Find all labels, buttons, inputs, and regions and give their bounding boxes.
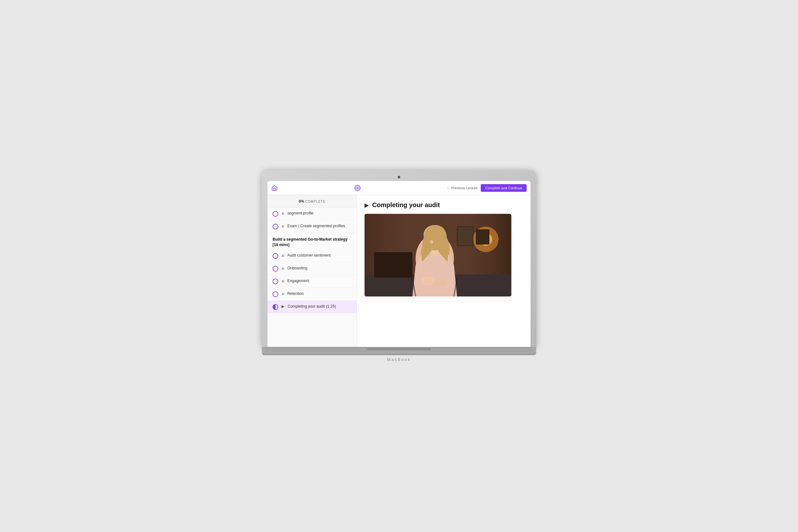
content-area: ▶ Completing your audit	[357, 195, 531, 347]
progress-section: 0% COMPLETE	[267, 195, 357, 207]
brand-label: MacBook	[387, 357, 411, 362]
sidebar-item-exam-create[interactable]: ≡ Exam | Create segmented profiles	[267, 220, 357, 233]
laptop-base: MacBook	[255, 347, 543, 362]
progress-text: 0% COMPLETE	[299, 199, 326, 204]
circle-icon-retention	[272, 291, 278, 297]
main-content: 0% COMPLETE ≡ segment profile	[267, 195, 531, 347]
svg-point-0	[357, 187, 359, 189]
screen-bezel: ← Previous Lecture Complete and Continue…	[267, 181, 531, 347]
svg-point-15	[435, 279, 447, 286]
lines-icon-onboarding: ≡	[282, 266, 284, 271]
content-divider	[364, 302, 511, 302]
sidebar-item-text-retention: Retention	[287, 291, 304, 297]
sidebar-item-text: segment profile	[287, 211, 314, 216]
header-right-actions: ← Previous Lecture Complete and Continue	[447, 184, 527, 192]
sidebar-item-text-audit: Audit customer sentiment	[287, 253, 330, 258]
content-title-row: ▶ Completing your audit	[364, 202, 523, 209]
circle-icon-half	[272, 304, 278, 310]
home-icon[interactable]	[271, 185, 278, 191]
svg-point-14	[421, 277, 435, 285]
svg-rect-8	[476, 230, 489, 244]
section-header: Build a segmented Go-to-Market strategy …	[267, 233, 357, 250]
svg-point-13	[430, 240, 433, 244]
laptop-foot	[262, 352, 536, 355]
svg-rect-7	[457, 227, 473, 246]
laptop-wrapper: ← Previous Lecture Complete and Continue…	[255, 170, 543, 362]
complete-label: COMPLETE	[305, 200, 325, 203]
laptop-screen-outer: ← Previous Lecture Complete and Continue…	[262, 170, 536, 347]
content-title: Completing your audit	[372, 202, 440, 209]
video-icon-large: ▶	[364, 202, 369, 209]
sidebar-item-onboarding[interactable]: ≡ Onboarding	[267, 262, 357, 275]
prev-lecture-button[interactable]: ← Previous Lecture	[447, 186, 478, 190]
gear-icon[interactable]	[354, 185, 361, 191]
header-bar: ← Previous Lecture Complete and Continue	[267, 181, 531, 195]
circle-icon-audit	[272, 253, 278, 259]
sidebar-item-segment-profile[interactable]: ≡ segment profile	[267, 207, 357, 220]
complete-continue-button[interactable]: Complete and Continue	[481, 184, 527, 192]
sidebar-item-completing-audit[interactable]: ▶ Completing your audit (1:25)	[267, 301, 357, 314]
sidebar-item-retention[interactable]: ≡ Retention	[267, 288, 357, 301]
circle-icon-engagement	[272, 279, 278, 284]
svg-rect-4	[374, 252, 413, 278]
sidebar: 0% COMPLETE ≡ segment profile	[267, 195, 357, 347]
video-play-icon-small: ▶	[282, 304, 284, 309]
lines-icon: ≡	[282, 211, 284, 216]
sidebar-item-engagement[interactable]: ≡ Engagement	[267, 275, 357, 288]
hinge-notch	[367, 348, 431, 350]
sidebar-item-text-onboarding: Onboarding	[287, 266, 307, 271]
lines-icon-audit: ≡	[282, 253, 284, 258]
lines-icon-engagement: ≡	[282, 279, 284, 284]
laptop-hinge	[262, 347, 536, 352]
app-container: ← Previous Lecture Complete and Continue…	[267, 181, 531, 347]
circle-icon-onboarding	[272, 266, 278, 271]
sidebar-item-text-completing: Completing your audit (1:25)	[288, 304, 336, 309]
lines-icon-2: ≡	[282, 224, 284, 229]
circle-icon-open-2	[272, 224, 278, 229]
thumbnail-inner	[364, 214, 511, 297]
camera-notch	[398, 176, 400, 178]
header-left	[271, 185, 361, 191]
sidebar-item-audit[interactable]: ≡ Audit customer sentiment	[267, 250, 357, 262]
sidebar-item-text-2: Exam | Create segmented profiles	[287, 223, 345, 229]
sidebar-item-text-engagement: Engagement	[287, 278, 309, 284]
lines-icon-retention: ≡	[282, 291, 284, 297]
circle-icon-open	[272, 211, 278, 217]
progress-percent: 0%	[299, 199, 304, 204]
video-thumbnail[interactable]	[364, 214, 511, 297]
